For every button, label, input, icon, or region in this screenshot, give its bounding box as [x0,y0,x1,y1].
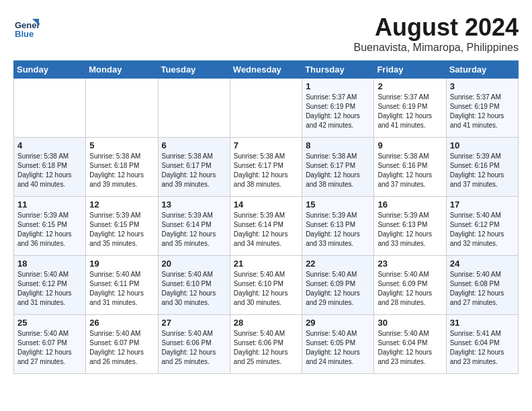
calendar-cell: 22Sunrise: 5:40 AM Sunset: 6:09 PM Dayli… [302,256,374,315]
calendar-week-2: 4Sunrise: 5:38 AM Sunset: 6:18 PM Daylig… [14,138,519,197]
calendar-cell: 14Sunrise: 5:39 AM Sunset: 6:14 PM Dayli… [230,197,302,256]
day-info: Sunrise: 5:38 AM Sunset: 6:18 PM Dayligh… [89,152,154,189]
day-number: 5 [89,140,154,150]
calendar-cell: 7Sunrise: 5:38 AM Sunset: 6:17 PM Daylig… [230,138,302,197]
day-number: 28 [234,318,298,328]
day-number: 16 [378,199,442,210]
calendar-cell: 29Sunrise: 5:40 AM Sunset: 6:05 PM Dayli… [302,315,374,374]
calendar-cell [158,79,230,138]
day-number: 11 [17,199,82,210]
calendar-cell: 12Sunrise: 5:39 AM Sunset: 6:15 PM Dayli… [86,197,158,256]
day-number: 17 [450,199,515,210]
calendar-cell [86,79,158,138]
calendar-cell: 19Sunrise: 5:40 AM Sunset: 6:11 PM Dayli… [86,256,158,315]
location: Buenavista, Mimaropa, Philippines [354,42,519,54]
day-number: 3 [450,81,515,91]
day-info: Sunrise: 5:40 AM Sunset: 6:09 PM Dayligh… [306,270,370,308]
logo-icon: General Blue [13,13,40,40]
calendar-cell: 16Sunrise: 5:39 AM Sunset: 6:13 PM Dayli… [374,197,446,256]
day-number: 10 [450,140,515,150]
weekday-header-monday: Monday [86,61,158,79]
day-number: 22 [306,259,370,269]
day-info: Sunrise: 5:39 AM Sunset: 6:13 PM Dayligh… [306,211,370,248]
day-info: Sunrise: 5:40 AM Sunset: 6:11 PM Dayligh… [89,270,154,308]
day-info: Sunrise: 5:40 AM Sunset: 6:06 PM Dayligh… [162,329,226,367]
day-number: 23 [378,259,442,269]
day-info: Sunrise: 5:40 AM Sunset: 6:10 PM Dayligh… [162,270,226,308]
month-title: August 2024 [354,13,519,42]
day-info: Sunrise: 5:41 AM Sunset: 6:04 PM Dayligh… [450,329,515,367]
calendar-table: SundayMondayTuesdayWednesdayThursdayFrid… [13,60,519,374]
day-info: Sunrise: 5:40 AM Sunset: 6:06 PM Dayligh… [234,329,298,367]
day-info: Sunrise: 5:39 AM Sunset: 6:15 PM Dayligh… [89,211,154,248]
calendar-cell: 4Sunrise: 5:38 AM Sunset: 6:18 PM Daylig… [14,138,86,197]
calendar-body: 1Sunrise: 5:37 AM Sunset: 6:19 PM Daylig… [14,79,519,374]
calendar-cell: 2Sunrise: 5:37 AM Sunset: 6:19 PM Daylig… [374,79,446,138]
title-block: August 2024 Buenavista, Mimaropa, Philip… [354,13,519,54]
day-info: Sunrise: 5:40 AM Sunset: 6:09 PM Dayligh… [378,270,442,308]
day-info: Sunrise: 5:39 AM Sunset: 6:13 PM Dayligh… [378,211,442,248]
calendar-week-4: 18Sunrise: 5:40 AM Sunset: 6:12 PM Dayli… [14,256,519,315]
calendar-cell: 17Sunrise: 5:40 AM Sunset: 6:12 PM Dayli… [446,197,518,256]
calendar-cell: 24Sunrise: 5:40 AM Sunset: 6:08 PM Dayli… [446,256,518,315]
calendar-cell: 26Sunrise: 5:40 AM Sunset: 6:07 PM Dayli… [86,315,158,374]
page-header: General Blue August 2024 Buenavista, Mim… [13,13,519,54]
day-info: Sunrise: 5:40 AM Sunset: 6:12 PM Dayligh… [450,211,515,248]
weekday-header-wednesday: Wednesday [230,61,302,79]
calendar-cell: 9Sunrise: 5:38 AM Sunset: 6:16 PM Daylig… [374,138,446,197]
calendar-cell [230,79,302,138]
calendar-week-1: 1Sunrise: 5:37 AM Sunset: 6:19 PM Daylig… [14,79,519,138]
calendar-cell: 3Sunrise: 5:37 AM Sunset: 6:19 PM Daylig… [446,79,518,138]
day-info: Sunrise: 5:37 AM Sunset: 6:19 PM Dayligh… [378,93,442,130]
day-number: 15 [306,199,370,210]
day-info: Sunrise: 5:40 AM Sunset: 6:04 PM Dayligh… [378,329,442,367]
day-info: Sunrise: 5:37 AM Sunset: 6:19 PM Dayligh… [306,93,370,130]
day-info: Sunrise: 5:38 AM Sunset: 6:16 PM Dayligh… [378,152,442,189]
day-info: Sunrise: 5:38 AM Sunset: 6:17 PM Dayligh… [162,152,226,189]
calendar-cell: 13Sunrise: 5:39 AM Sunset: 6:14 PM Dayli… [158,197,230,256]
day-number: 21 [234,259,298,269]
day-info: Sunrise: 5:40 AM Sunset: 6:10 PM Dayligh… [234,270,298,308]
calendar-cell: 10Sunrise: 5:39 AM Sunset: 6:16 PM Dayli… [446,138,518,197]
calendar-cell: 1Sunrise: 5:37 AM Sunset: 6:19 PM Daylig… [302,79,374,138]
day-number: 26 [89,318,154,328]
calendar-cell: 5Sunrise: 5:38 AM Sunset: 6:18 PM Daylig… [86,138,158,197]
day-number: 18 [17,259,82,269]
day-info: Sunrise: 5:39 AM Sunset: 6:14 PM Dayligh… [234,211,298,248]
weekday-header-friday: Friday [374,61,446,79]
calendar-cell: 31Sunrise: 5:41 AM Sunset: 6:04 PM Dayli… [446,315,518,374]
day-info: Sunrise: 5:40 AM Sunset: 6:08 PM Dayligh… [450,270,515,308]
calendar-cell: 18Sunrise: 5:40 AM Sunset: 6:12 PM Dayli… [14,256,86,315]
day-number: 9 [378,140,442,150]
day-info: Sunrise: 5:39 AM Sunset: 6:14 PM Dayligh… [162,211,226,248]
day-number: 2 [378,81,442,91]
calendar-cell: 21Sunrise: 5:40 AM Sunset: 6:10 PM Dayli… [230,256,302,315]
weekday-header-tuesday: Tuesday [158,61,230,79]
day-info: Sunrise: 5:38 AM Sunset: 6:17 PM Dayligh… [234,152,298,189]
day-info: Sunrise: 5:39 AM Sunset: 6:16 PM Dayligh… [450,152,515,189]
calendar-cell: 11Sunrise: 5:39 AM Sunset: 6:15 PM Dayli… [14,197,86,256]
weekday-header-row: SundayMondayTuesdayWednesdayThursdayFrid… [14,61,519,79]
calendar-cell: 25Sunrise: 5:40 AM Sunset: 6:07 PM Dayli… [14,315,86,374]
logo: General Blue [13,13,43,40]
calendar-cell: 23Sunrise: 5:40 AM Sunset: 6:09 PM Dayli… [374,256,446,315]
day-info: Sunrise: 5:38 AM Sunset: 6:18 PM Dayligh… [17,152,82,189]
day-number: 25 [17,318,82,328]
day-number: 6 [162,140,226,150]
day-number: 12 [89,199,154,210]
day-number: 13 [162,199,226,210]
calendar-cell: 6Sunrise: 5:38 AM Sunset: 6:17 PM Daylig… [158,138,230,197]
calendar-cell: 20Sunrise: 5:40 AM Sunset: 6:10 PM Dayli… [158,256,230,315]
day-number: 14 [234,199,298,210]
day-number: 1 [306,81,370,91]
day-info: Sunrise: 5:40 AM Sunset: 6:07 PM Dayligh… [89,329,154,367]
calendar-week-3: 11Sunrise: 5:39 AM Sunset: 6:15 PM Dayli… [14,197,519,256]
day-info: Sunrise: 5:39 AM Sunset: 6:15 PM Dayligh… [17,211,82,248]
calendar-cell: 27Sunrise: 5:40 AM Sunset: 6:06 PM Dayli… [158,315,230,374]
calendar-cell [14,79,86,138]
calendar-cell: 28Sunrise: 5:40 AM Sunset: 6:06 PM Dayli… [230,315,302,374]
day-number: 27 [162,318,226,328]
day-number: 29 [306,318,370,328]
day-number: 7 [234,140,298,150]
day-number: 30 [378,318,442,328]
